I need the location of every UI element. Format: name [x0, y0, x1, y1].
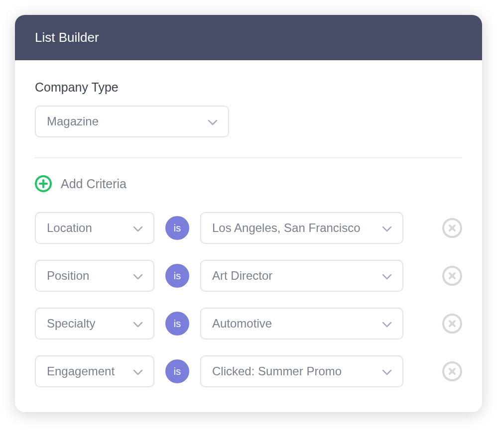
remove-criteria-button[interactable] — [442, 266, 462, 286]
chevron-down-icon — [382, 221, 391, 235]
company-type-label: Company Type — [35, 80, 462, 95]
chevron-down-icon — [133, 221, 142, 235]
operator-pill: is — [165, 216, 189, 240]
criteria-value: Clicked: Summer Promo — [212, 364, 342, 378]
chevron-down-icon — [133, 364, 142, 378]
criteria-value-select[interactable]: Clicked: Summer Promo — [200, 355, 403, 387]
card-header: List Builder — [15, 15, 482, 60]
operator-pill: is — [165, 312, 189, 336]
criteria-value-select[interactable]: Los Angeles, San Francisco — [200, 212, 403, 244]
criteria-list: Location is Los Angeles, San Francisco — [35, 212, 462, 387]
criteria-row: Specialty is Automotive — [35, 308, 462, 339]
operator-pill: is — [165, 359, 189, 383]
criteria-value: Automotive — [212, 317, 272, 331]
close-icon — [448, 224, 456, 232]
close-icon — [448, 367, 456, 375]
card-title: List Builder — [35, 30, 99, 45]
criteria-field-select[interactable]: Engagement — [35, 355, 154, 387]
plus-icon — [39, 179, 48, 188]
criteria-field-select[interactable]: Position — [35, 260, 154, 292]
chevron-down-icon — [208, 114, 217, 128]
chevron-down-icon — [382, 364, 391, 378]
remove-criteria-button[interactable] — [442, 314, 462, 334]
remove-criteria-button[interactable] — [442, 218, 462, 238]
chevron-down-icon — [382, 269, 391, 283]
criteria-field-select[interactable]: Specialty — [35, 308, 154, 339]
criteria-field-select[interactable]: Location — [35, 212, 154, 244]
chevron-down-icon — [133, 269, 142, 283]
criteria-field-value: Position — [47, 269, 89, 283]
company-type-value: Magazine — [47, 114, 99, 128]
chevron-down-icon — [382, 317, 391, 331]
operator-pill: is — [165, 264, 189, 288]
add-criteria-button[interactable] — [35, 175, 52, 192]
add-criteria-row: Add Criteria — [35, 175, 462, 192]
criteria-row: Position is Art Director — [35, 260, 462, 292]
criteria-value-select[interactable]: Automotive — [200, 308, 403, 339]
criteria-row: Location is Los Angeles, San Francisco — [35, 212, 462, 244]
section-divider — [35, 157, 462, 158]
card-body: Company Type Magazine Add Criteria Locat… — [15, 60, 482, 412]
close-icon — [448, 272, 456, 280]
criteria-field-value: Engagement — [47, 364, 115, 378]
criteria-row: Engagement is Clicked: Summer Promo — [35, 355, 462, 387]
close-icon — [448, 320, 456, 328]
criteria-value: Los Angeles, San Francisco — [212, 221, 361, 235]
criteria-field-value: Specialty — [47, 317, 95, 331]
remove-criteria-button[interactable] — [442, 361, 462, 381]
add-criteria-label: Add Criteria — [61, 177, 126, 191]
criteria-value: Art Director — [212, 269, 272, 283]
criteria-value-select[interactable]: Art Director — [200, 260, 403, 292]
criteria-field-value: Location — [47, 221, 92, 235]
list-builder-card: List Builder Company Type Magazine Add C… — [15, 15, 482, 412]
company-type-select[interactable]: Magazine — [35, 106, 229, 137]
chevron-down-icon — [133, 317, 142, 331]
